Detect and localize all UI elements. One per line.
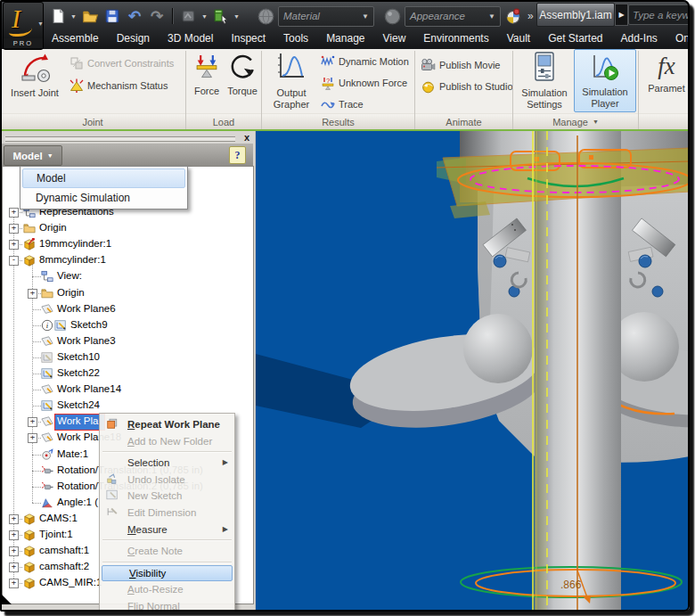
results-panel-caption[interactable]: Results bbox=[262, 113, 414, 129]
component-select-caret-icon[interactable]: ▼ bbox=[233, 13, 241, 20]
browser-help-button[interactable]: ? bbox=[229, 146, 246, 164]
ribbon-tab-manage[interactable]: Manage bbox=[317, 29, 373, 47]
tree-item-8mmcylinder-1[interactable]: -8mmcylinder:1 bbox=[3, 252, 253, 268]
tree-item-work-plane3[interactable]: Work Plane3 bbox=[3, 333, 253, 349]
menu-item-create-note[interactable]: Create Note bbox=[101, 543, 233, 560]
tree-connector bbox=[32, 276, 41, 278]
tree-item-work-plane14[interactable]: Work Plane14 bbox=[3, 382, 253, 398]
animate-panel-caption[interactable]: Animate bbox=[415, 113, 512, 129]
trace-button[interactable]: Trace bbox=[321, 97, 364, 111]
simulation-settings-button[interactable]: Simulation Settings bbox=[517, 51, 572, 111]
menu-separator bbox=[102, 539, 232, 541]
expand-toggle[interactable]: + bbox=[28, 417, 37, 427]
mechanism-status-button[interactable]: Mechanism Status bbox=[70, 78, 168, 93]
expand-toggle[interactable]: + bbox=[9, 530, 19, 540]
undo-button[interactable]: ↶ bbox=[125, 6, 144, 26]
menu-item-visibility[interactable]: Visibility bbox=[102, 565, 233, 582]
expand-toggle[interactable]: + bbox=[9, 224, 19, 234]
browser-resize-grip[interactable] bbox=[2, 595, 12, 604]
expand-toggle[interactable]: + bbox=[9, 240, 19, 250]
ribbon-tab-on[interactable]: On bbox=[666, 29, 690, 47]
browser-mode-button[interactable]: Model ▼ bbox=[4, 145, 62, 166]
tree-item-sketch24[interactable]: Sketch24 bbox=[3, 398, 253, 414]
tree-item-label: camshaft:1 bbox=[39, 545, 89, 555]
simulation-player-button[interactable]: Simulation Player bbox=[574, 49, 636, 112]
publish-to-studio-button[interactable]: Publish to Studio bbox=[421, 79, 513, 94]
menu-item-flip-normal[interactable]: Flip Normal bbox=[101, 598, 233, 612]
load-panel-caption[interactable]: Load bbox=[186, 113, 261, 129]
tree-item-sketch22[interactable]: Sketch22 bbox=[3, 365, 253, 382]
ribbon-tab-design[interactable]: Design bbox=[108, 29, 159, 47]
ribbon-tab-3d-model[interactable]: 3D Model bbox=[159, 29, 222, 47]
viewport-3d[interactable]: .866 bbox=[256, 131, 690, 610]
insert-joint-button[interactable]: Insert Joint bbox=[7, 51, 62, 99]
redo-button[interactable]: ↷ bbox=[147, 6, 167, 26]
inventor-window: I PRO ▼ ▼ ↶ ↷ ▼ ▼ Mater bbox=[0, 0, 690, 612]
ribbon-tab-assemble[interactable]: Assemble bbox=[43, 29, 108, 47]
appearance-combobox[interactable]: Appearance▼ bbox=[405, 6, 501, 27]
expand-toggle[interactable]: + bbox=[9, 579, 19, 588]
manage-panel-caption[interactable]: Manage▼ bbox=[513, 113, 638, 129]
toolbar-expand-chevrons[interactable]: » bbox=[527, 10, 534, 22]
application-menu-button[interactable]: I PRO ▼ bbox=[3, 2, 44, 50]
browser-drag-grip[interactable] bbox=[5, 136, 235, 142]
appearance-combobox-value: Appearance bbox=[410, 11, 465, 21]
menu-item-auto-resize[interactable]: Auto-Resize bbox=[101, 581, 233, 598]
expand-toggle[interactable]: + bbox=[28, 289, 37, 299]
expand-toggle[interactable]: + bbox=[9, 208, 19, 218]
component-select-button[interactable] bbox=[211, 6, 231, 26]
expand-toggle[interactable]: + bbox=[9, 563, 19, 572]
update-caret-icon[interactable]: ▼ bbox=[201, 13, 208, 20]
menu-item-add-to-new-folder[interactable]: Add to New Folder bbox=[101, 433, 233, 450]
menu-item-undo-isolate[interactable]: Undo Isolate bbox=[101, 472, 233, 489]
ribbon-tab-view[interactable]: View bbox=[374, 29, 415, 47]
menu-item-measure[interactable]: Measure▶ bbox=[101, 522, 233, 538]
expand-toggle[interactable]: + bbox=[9, 514, 19, 524]
dynamic-motion-button[interactable]: Dynamic Motion bbox=[321, 54, 409, 69]
color-wheel-button[interactable] bbox=[503, 6, 523, 26]
tree-connector bbox=[32, 390, 41, 391]
tree-item-view[interactable]: View: bbox=[3, 268, 253, 284]
joint-panel-caption[interactable]: Joint bbox=[0, 113, 185, 129]
ribbon-tab-environments[interactable]: Environments bbox=[414, 29, 497, 47]
ribbon-tab-vault[interactable]: Vault bbox=[498, 29, 539, 47]
tree-item-19mmcylinder-1[interactable]: +19mmcylinder:1 bbox=[3, 236, 253, 252]
expand-toggle[interactable]: + bbox=[9, 546, 19, 556]
menu-item-edit-dimension[interactable]: Edit Dimension bbox=[101, 505, 233, 522]
ribbon-tab-add-ins[interactable]: Add-Ins bbox=[612, 29, 666, 47]
tree-item-origin[interactable]: +Origin bbox=[3, 220, 253, 236]
new-file-caret-icon[interactable]: ▼ bbox=[70, 13, 78, 20]
update-button[interactable] bbox=[179, 6, 199, 26]
publish-movie-button[interactable]: Publish Movie bbox=[421, 58, 500, 72]
ribbon-tab-tools[interactable]: Tools bbox=[274, 29, 317, 47]
search-input[interactable]: Type a keyword bbox=[628, 4, 690, 25]
menu-item-new-sketch[interactable]: New Sketch bbox=[101, 488, 233, 505]
document-tab-arrow-button[interactable]: ▶ bbox=[615, 4, 628, 26]
document-tab[interactable]: Assembly1.iam bbox=[536, 3, 615, 27]
menu-item-repeat-work-plane[interactable]: Repeat Work Plane bbox=[101, 416, 233, 433]
mode-dropdown-item-model[interactable]: Model bbox=[22, 168, 185, 188]
tree-item-sketch9[interactable]: iSketch9 bbox=[3, 317, 253, 333]
mode-dropdown-item-dynamic-simulation[interactable]: Dynamic Simulation bbox=[22, 189, 185, 207]
torque-button[interactable]: Torque bbox=[225, 53, 260, 97]
force-button[interactable]: Force bbox=[190, 53, 224, 97]
expand-toggle[interactable]: + bbox=[28, 433, 37, 443]
material-combobox[interactable]: Material▼ bbox=[278, 6, 374, 27]
tree-item-origin[interactable]: +Origin bbox=[3, 285, 253, 301]
parameters-button[interactable]: fx Paramet bbox=[643, 51, 690, 94]
left-ball[interactable] bbox=[463, 314, 533, 383]
tree-item-sketch10[interactable]: Sketch10 bbox=[3, 349, 253, 365]
browser-close-button[interactable]: x bbox=[244, 131, 249, 144]
save-icon bbox=[104, 8, 120, 24]
tree-item-work-plane6[interactable]: Work Plane6 bbox=[3, 301, 253, 317]
collapse-toggle[interactable]: - bbox=[9, 256, 19, 266]
ribbon-tab-inspect[interactable]: Inspect bbox=[222, 29, 274, 47]
output-grapher-button[interactable]: Output Grapher bbox=[266, 51, 317, 111]
menu-item-selection[interactable]: Selection▶ bbox=[101, 455, 233, 472]
new-file-button[interactable] bbox=[48, 6, 68, 26]
unknown-force-button[interactable]: ? Unknown Force bbox=[321, 76, 407, 90]
convert-constraints-button[interactable]: Convert Constraints bbox=[70, 56, 174, 70]
ribbon-tab-get-started[interactable]: Get Started bbox=[539, 29, 611, 47]
open-button[interactable] bbox=[80, 6, 100, 26]
save-button[interactable] bbox=[102, 6, 122, 26]
